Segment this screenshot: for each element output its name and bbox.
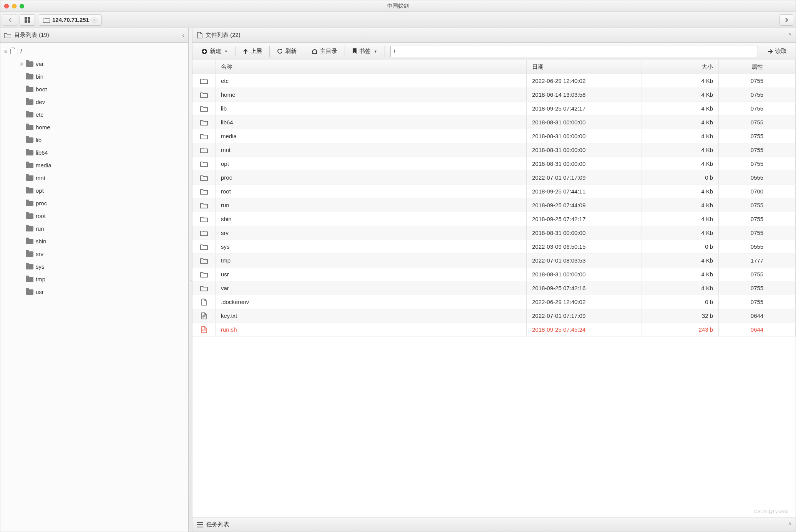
tab-overflow-button[interactable]: [779, 14, 793, 26]
plus-icon[interactable]: ⊞: [19, 60, 23, 68]
nav-back-button[interactable]: [3, 14, 18, 26]
folder-icon: [192, 129, 216, 143]
bookmark-label: 书签: [359, 48, 371, 55]
tree-item-label: run: [36, 222, 44, 235]
home-label: 主目录: [320, 48, 337, 55]
tree-item[interactable]: mnt: [2, 172, 187, 184]
cell-size: 4 Kb: [642, 74, 719, 88]
table-row[interactable]: tmp2022-07-01 08:03:534 Kb1777: [192, 254, 796, 268]
tree-item[interactable]: sbin: [2, 235, 187, 248]
table-row[interactable]: home2018-06-14 13:03:584 Kb0755: [192, 88, 796, 102]
table-row[interactable]: opt2018-08-31 00:00:004 Kb0755: [192, 157, 796, 171]
filelist-collapse-button[interactable]: ^: [788, 32, 791, 38]
table-row[interactable]: mnt2018-08-31 00:00:004 Kb0755: [192, 143, 796, 157]
grip-icon: ⋮: [188, 278, 192, 281]
folder-icon: [192, 185, 216, 198]
task-expand-button[interactable]: ^: [788, 522, 791, 528]
table-row[interactable]: sys2022-03-09 06:50:150 b0555: [192, 240, 796, 254]
bookmark-button[interactable]: 书签 ▼: [347, 45, 383, 58]
table-row[interactable]: .dockerenv2022-06-29 12:40:020 b0755: [192, 295, 796, 309]
cell-name: etc: [216, 74, 527, 88]
minus-icon[interactable]: ⊟: [3, 47, 8, 56]
tree-item[interactable]: bin: [2, 70, 187, 83]
tree-item-label: media: [36, 159, 51, 172]
svg-rect-0: [25, 17, 27, 20]
cell-date: 2018-08-31 00:00:00: [527, 116, 642, 129]
tree-item[interactable]: root: [2, 210, 187, 222]
col-attr[interactable]: 属性: [719, 60, 796, 74]
folder-icon: [26, 163, 33, 168]
col-icon[interactable]: [192, 60, 216, 74]
up-button[interactable]: 上层: [237, 45, 268, 58]
table-row[interactable]: sbin2018-09-25 07:42:174 Kb0755: [192, 212, 796, 226]
nav-grid-button[interactable]: [20, 14, 35, 26]
sidebar-collapse-button[interactable]: ‹: [182, 32, 184, 39]
tree-item[interactable]: lib64: [2, 146, 187, 159]
close-button[interactable]: [4, 4, 9, 8]
bookmark-icon: [352, 48, 357, 54]
cell-size: 4 Kb: [642, 129, 719, 143]
tree-item[interactable]: sys: [2, 260, 187, 273]
tree-item[interactable]: tmp: [2, 273, 187, 286]
col-name[interactable]: 名称: [216, 60, 527, 74]
tree-item-label: var: [36, 58, 44, 70]
path-input[interactable]: [390, 46, 758, 57]
plus-circle-icon: [201, 48, 207, 55]
directory-tree: ⊟ / ⊞varbinbootdevetchomeliblib64mediamn…: [0, 43, 188, 532]
file-icon: [192, 295, 216, 309]
folder-icon: [26, 74, 33, 79]
refresh-button[interactable]: 刷新: [271, 45, 302, 58]
home-button[interactable]: 主目录: [306, 45, 343, 58]
toolbar: 新建 ▼ 上层 刷新 主目录: [192, 43, 796, 60]
table-row[interactable]: media2018-08-31 00:00:004 Kb0755: [192, 129, 796, 143]
folder-icon: [192, 102, 216, 115]
tree-item[interactable]: lib: [2, 134, 187, 146]
tree-item[interactable]: ⊞var: [2, 58, 187, 70]
cell-name: run.sh: [216, 323, 527, 336]
tree-item[interactable]: usr: [2, 286, 187, 298]
tree-item-label: lib64: [36, 146, 48, 159]
cell-name: run: [216, 198, 527, 212]
table-row[interactable]: run2018-09-25 07:44:094 Kb0755: [192, 198, 796, 212]
tree-item[interactable]: srv: [2, 248, 187, 260]
folder-icon: [192, 88, 216, 101]
cell-date: 2022-06-29 12:40:02: [527, 295, 642, 309]
read-button[interactable]: 读取: [762, 45, 793, 58]
col-size[interactable]: 大小: [642, 60, 719, 74]
table-row[interactable]: usr2018-08-31 00:00:004 Kb0755: [192, 268, 796, 281]
tree-item-label: dev: [36, 96, 45, 108]
tree-root[interactable]: ⊟ /: [2, 45, 187, 58]
table-row[interactable]: lib2018-09-25 07:42:174 Kb0755: [192, 102, 796, 116]
sidebar: 目录列表 (19) ‹ ⊟ / ⊞varbinbootdevetchomelib…: [0, 28, 189, 532]
table-row[interactable]: lib642018-08-31 00:00:004 Kb0755: [192, 116, 796, 129]
tree-item[interactable]: run: [2, 222, 187, 235]
separator: [304, 46, 304, 57]
cell-size: 4 Kb: [642, 185, 719, 198]
tree-item[interactable]: home: [2, 121, 187, 134]
tree-item[interactable]: proc: [2, 197, 187, 210]
table-row[interactable]: etc2022-06-29 12:40:024 Kb0755: [192, 74, 796, 88]
tab-close-icon[interactable]: ×: [91, 17, 98, 23]
table-row[interactable]: srv2018-08-31 00:00:004 Kb0755: [192, 226, 796, 240]
col-date[interactable]: 日期: [527, 60, 642, 74]
minimize-button[interactable]: [12, 4, 17, 8]
tree-item[interactable]: opt: [2, 184, 187, 197]
maximize-button[interactable]: [20, 4, 24, 8]
tree-item[interactable]: dev: [2, 96, 187, 108]
table-row[interactable]: run.sh2018-09-25 07:45:24243 b0644: [192, 323, 796, 337]
table-row[interactable]: proc2022-07-01 07:17:090 b0555: [192, 171, 796, 185]
cell-date: 2018-08-31 00:00:00: [527, 157, 642, 170]
cell-name: media: [216, 129, 527, 143]
tree-item[interactable]: media: [2, 159, 187, 172]
folder-icon: [192, 198, 216, 212]
splitter[interactable]: ⋮: [189, 28, 192, 532]
tab-host[interactable]: 124.70.71.251 ×: [39, 14, 102, 26]
table-row[interactable]: key.txt2022-07-01 07:17:0932 b0644: [192, 309, 796, 323]
table-row[interactable]: root2018-09-25 07:44:114 Kb0700: [192, 185, 796, 198]
tree-item[interactable]: boot: [2, 83, 187, 96]
new-button[interactable]: 新建 ▼: [196, 45, 234, 58]
table-row[interactable]: var2018-09-25 07:42:164 Kb0755: [192, 281, 796, 295]
folder-icon: [192, 116, 216, 129]
tree-item[interactable]: etc: [2, 108, 187, 121]
separator: [345, 46, 345, 57]
